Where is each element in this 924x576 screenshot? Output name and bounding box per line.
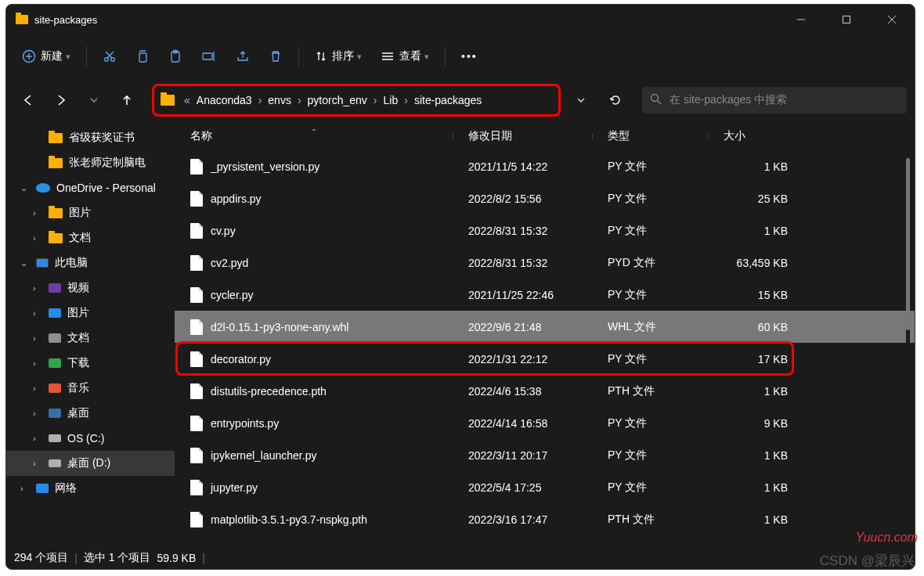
tree-item[interactable]: ›网络: [6, 476, 175, 501]
tree-item[interactable]: 省级获奖证书: [6, 125, 175, 150]
chevron-icon: ›: [20, 484, 30, 493]
sort-icon: [315, 50, 327, 63]
search-icon: [650, 93, 662, 107]
tree-item[interactable]: ›下载: [6, 351, 175, 376]
file-row[interactable]: decorator.py2022/1/31 22:12PY 文件17 KB: [175, 343, 915, 375]
tree-item[interactable]: ⌄此电脑: [6, 250, 175, 275]
file-type: PY 文件: [608, 224, 724, 238]
delete-button[interactable]: [261, 41, 291, 71]
breadcrumb-dropdown-button[interactable]: [565, 96, 597, 104]
chevron-icon: ›: [33, 308, 42, 318]
sort-button[interactable]: 排序 ▾: [307, 41, 370, 71]
sort-label: 排序: [332, 49, 354, 63]
file-row[interactable]: cycler.py2021/11/25 22:46PY 文件15 KB: [175, 279, 915, 311]
col-type[interactable]: 类型: [592, 129, 708, 143]
file-date: 2022/8/2 15:56: [468, 193, 608, 205]
scissors-icon: [103, 49, 117, 63]
close-button[interactable]: [869, 5, 915, 34]
chevron-down-icon: ▾: [357, 52, 362, 62]
paste-button[interactable]: [161, 41, 190, 71]
chevron-icon: ›: [33, 383, 42, 393]
file-type: PY 文件: [608, 192, 724, 206]
window-title: site-packages: [34, 14, 97, 26]
file-name: cv.py: [211, 225, 236, 237]
col-size[interactable]: 大小: [708, 129, 792, 143]
file-icon: [190, 416, 203, 431]
file-size: 1 KB: [724, 481, 808, 494]
tree-item[interactable]: 张老师定制脑电: [6, 150, 175, 175]
file-row[interactable]: _pyrsistent_version.py2021/11/5 14:22PY …: [175, 150, 915, 182]
file-row[interactable]: ipykernel_launcher.py2022/3/11 20:17PY 文…: [175, 439, 915, 471]
onedrive-icon: [36, 183, 50, 193]
file-type: PY 文件: [608, 481, 724, 495]
search-input[interactable]: 在 site-packages 中搜索: [642, 87, 907, 113]
tree-item[interactable]: ›图片: [6, 200, 175, 225]
tree-item[interactable]: ›OS (C:): [6, 426, 175, 451]
file-name: jupyter.py: [211, 481, 258, 494]
file-date: 2021/11/25 22:46: [468, 289, 608, 301]
breadcrumb-item[interactable]: Lib: [381, 92, 402, 108]
tree-item[interactable]: ›文档: [6, 326, 175, 351]
file-list[interactable]: _pyrsistent_version.py2021/11/5 14:22PY …: [175, 150, 915, 547]
breadcrumb-item[interactable]: Anaconda3: [193, 92, 255, 108]
tree-item-label: 音乐: [67, 381, 89, 395]
minimize-button[interactable]: [778, 5, 824, 34]
scroll-thumb[interactable]: [906, 158, 910, 330]
file-row[interactable]: matplotlib-3.5.1-py3.7-nspkg.pth2022/3/1…: [175, 503, 915, 535]
file-size: 9 KB: [724, 417, 808, 430]
scrollbar[interactable]: [906, 158, 910, 538]
file-row[interactable]: entrypoints.py2022/4/14 16:58PY 文件9 KB: [175, 407, 915, 439]
file-row[interactable]: cv.py2022/8/31 15:32PY 文件1 KB: [175, 214, 915, 247]
tree-item[interactable]: ›桌面 (D:): [6, 451, 175, 476]
recent-button[interactable]: [80, 86, 108, 114]
up-button[interactable]: [113, 86, 141, 114]
special-folder-icon: [49, 308, 61, 318]
file-row[interactable]: d2l-0.15.1-py3-none-any.whl2022/9/6 21:4…: [175, 311, 915, 343]
breadcrumb-bar[interactable]: « Anaconda3› envs› pytorch_env› Lib› sit…: [152, 84, 561, 117]
new-button[interactable]: 新建 ▾: [14, 41, 78, 71]
col-name[interactable]: ⌃名称: [175, 129, 453, 143]
breadcrumb-item[interactable]: envs: [265, 92, 294, 108]
maximize-button[interactable]: [824, 5, 869, 34]
refresh-button[interactable]: [601, 93, 630, 107]
rename-button[interactable]: [193, 41, 225, 71]
status-selection: 选中 1 个项目: [84, 551, 151, 565]
tree-item[interactable]: ›桌面: [6, 401, 175, 426]
ellipsis-icon: •••: [461, 50, 478, 63]
tree-item[interactable]: ›图片: [6, 301, 175, 326]
tree-item[interactable]: ›音乐: [6, 376, 175, 401]
file-type: PYD 文件: [608, 256, 724, 270]
file-date: 2022/5/4 17:25: [468, 481, 608, 494]
share-button[interactable]: [228, 41, 258, 71]
col-date[interactable]: 修改日期: [453, 129, 592, 143]
cut-button[interactable]: [95, 41, 125, 71]
breadcrumb-more[interactable]: «: [184, 94, 190, 106]
back-button[interactable]: [14, 86, 42, 114]
file-icon: [190, 191, 203, 207]
special-folder-icon: [49, 283, 61, 293]
breadcrumb-item[interactable]: pytorch_env: [305, 92, 370, 108]
window-controls: [778, 5, 915, 34]
file-icon: [190, 383, 203, 399]
file-icon: [190, 480, 203, 495]
tree-item-label: 图片: [69, 206, 91, 220]
special-folder-icon: [49, 409, 61, 418]
file-row[interactable]: distutils-precedence.pth2022/4/6 15:38PT…: [175, 375, 915, 407]
tree-item[interactable]: ›文档: [6, 225, 175, 250]
more-button[interactable]: •••: [453, 41, 485, 71]
forward-button[interactable]: [47, 86, 75, 114]
tree-item[interactable]: ›视频: [6, 275, 175, 301]
copy-button[interactable]: [128, 41, 157, 71]
file-row[interactable]: jupyter.py2022/5/4 17:25PY 文件1 KB: [175, 471, 915, 503]
tree[interactable]: 省级获奖证书张老师定制脑电⌄OneDrive - Personal›图片›文档⌄…: [6, 122, 175, 547]
view-button[interactable]: 查看 ▾: [373, 41, 437, 71]
folder-icon: [16, 15, 28, 24]
columns-header[interactable]: ⌃名称 修改日期 类型 大小: [175, 122, 915, 150]
file-date: 2021/11/5 14:22: [468, 160, 608, 173]
separator: |: [202, 552, 205, 564]
svg-rect-14: [203, 53, 212, 59]
tree-item[interactable]: ⌄OneDrive - Personal: [6, 175, 175, 200]
file-row[interactable]: appdirs.py2022/8/2 15:56PY 文件25 KB: [175, 182, 915, 214]
breadcrumb-item[interactable]: site-packages: [411, 92, 485, 108]
file-row[interactable]: cv2.pyd2022/8/31 15:32PYD 文件63,459 KB: [175, 247, 915, 279]
